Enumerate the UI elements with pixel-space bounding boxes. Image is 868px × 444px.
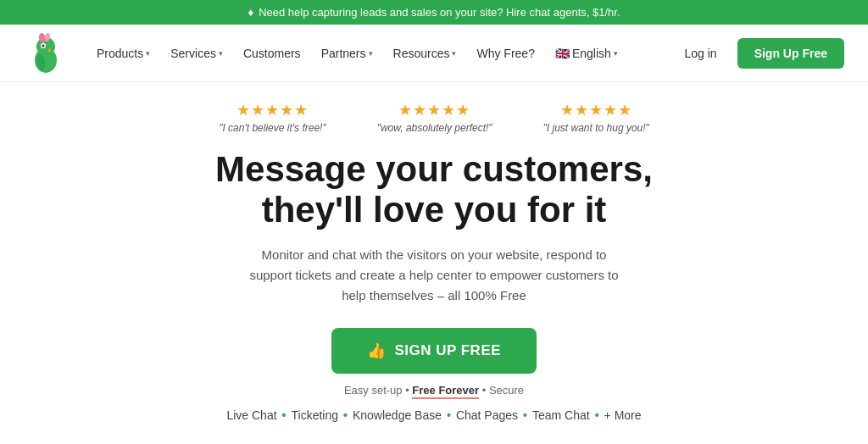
headline-line2: they'll love you for it: [262, 190, 607, 230]
main-content: ★★★★★ "I can't believe it's free!" ★★★★★…: [0, 82, 868, 422]
products-chevron-icon: ▾: [146, 49, 150, 58]
features-row: Live Chat • Ticketing • Knowledge Base •…: [226, 408, 641, 422]
review-3: ★★★★★ "I just want to hug you!": [543, 101, 649, 134]
logo-area[interactable]: [24, 31, 68, 75]
bullet-4: •: [523, 408, 527, 422]
bullet-5: •: [595, 408, 599, 422]
services-chevron-icon: ▾: [219, 49, 223, 58]
bullet-1: •: [282, 408, 287, 422]
feature-chat-pages: Chat Pages: [456, 408, 518, 422]
nav-products[interactable]: Products ▾: [88, 40, 159, 67]
logo-icon: [24, 31, 68, 75]
review-1: ★★★★★ "I can't believe it's free!": [219, 101, 326, 134]
navbar: Products ▾ Services ▾ Customers Partners…: [0, 25, 868, 82]
trust-post: • Secure: [479, 384, 524, 397]
bullet-2: •: [343, 408, 348, 422]
quote-1: "I can't believe it's free!": [219, 122, 326, 134]
trust-pre: Easy set-up •: [344, 384, 412, 397]
headline-line1: Message your customers,: [215, 149, 653, 189]
diamond-icon: ♦: [248, 6, 253, 19]
nav-partners[interactable]: Partners ▾: [313, 40, 381, 67]
quote-3: "I just want to hug you!": [543, 122, 649, 134]
stars-1: ★★★★★: [236, 101, 309, 119]
hero-headline: Message your customers, they'll love you…: [215, 149, 653, 231]
nav-customers[interactable]: Customers: [235, 40, 309, 67]
svg-point-5: [42, 44, 45, 47]
reviews-row: ★★★★★ "I can't believe it's free!" ★★★★★…: [219, 101, 649, 134]
trust-bold: Free Forever: [412, 384, 479, 399]
nav-services[interactable]: Services ▾: [162, 40, 231, 67]
trust-line: Easy set-up • Free Forever • Secure: [344, 384, 524, 397]
nav-resources[interactable]: Resources ▾: [385, 40, 465, 67]
nav-whyfree[interactable]: Why Free?: [468, 40, 542, 67]
feature-team-chat: Team Chat: [532, 408, 590, 422]
quote-2: "wow, absolutely perfect!": [377, 122, 492, 134]
nav-links: Products ▾ Services ▾ Customers Partners…: [88, 40, 674, 67]
banner-text: Need help capturing leads and sales on y…: [259, 6, 620, 19]
language-chevron-icon: ▾: [614, 49, 618, 58]
feature-more: + More: [604, 408, 642, 422]
cta-label: SIGN UP FREE: [394, 342, 501, 359]
signup-button[interactable]: Sign Up Free: [737, 38, 844, 69]
nav-language[interactable]: 🇬🇧 English ▾: [547, 40, 626, 67]
nav-right: Log in Sign Up Free: [674, 38, 844, 69]
feature-ticketing: Ticketing: [292, 408, 339, 422]
thumbs-up-icon: 👍: [367, 341, 387, 360]
flag-icon: 🇬🇧: [555, 47, 570, 60]
review-2: ★★★★★ "wow, absolutely perfect!": [377, 101, 492, 134]
login-button[interactable]: Log in: [674, 40, 726, 67]
stars-3: ★★★★★: [560, 101, 632, 119]
stars-2: ★★★★★: [398, 101, 470, 119]
cta-signup-button[interactable]: 👍 SIGN UP FREE: [331, 328, 537, 374]
feature-knowledge-base: Knowledge Base: [353, 408, 442, 422]
top-banner: ♦ Need help capturing leads and sales on…: [0, 0, 868, 25]
partners-chevron-icon: ▾: [369, 49, 373, 58]
hero-subtext: Monitor and chat with the visitors on yo…: [243, 245, 625, 306]
resources-chevron-icon: ▾: [452, 49, 456, 58]
bullet-3: •: [447, 408, 451, 422]
feature-live-chat: Live Chat: [226, 408, 276, 422]
